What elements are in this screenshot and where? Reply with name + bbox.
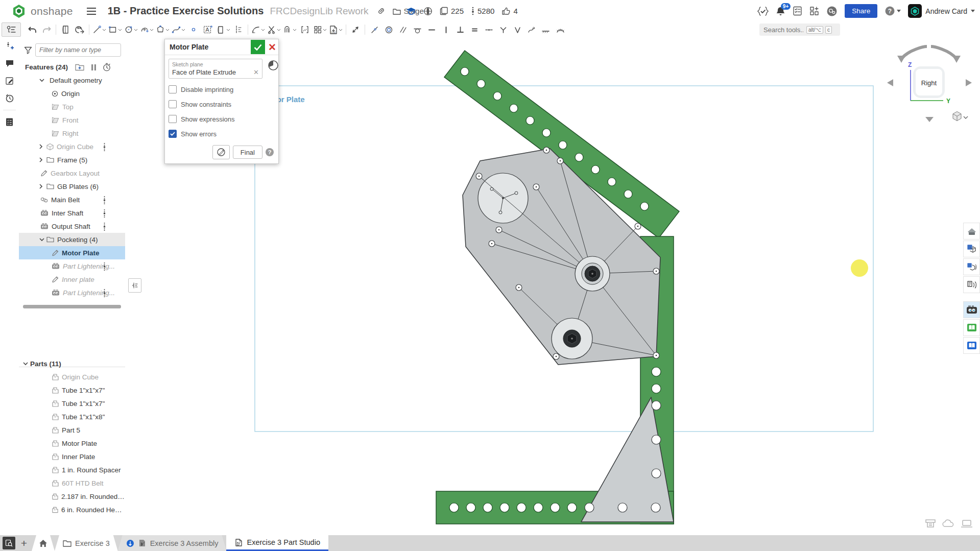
- cloud-icon[interactable]: [942, 519, 954, 528]
- midpoint-constraint[interactable]: [482, 23, 496, 36]
- caret-down-icon[interactable]: [39, 238, 44, 242]
- feature-item[interactable]: Front: [19, 113, 125, 127]
- item-menu-dots-icon[interactable]: [103, 142, 106, 151]
- confirm-button[interactable]: [251, 40, 265, 54]
- trim-tool[interactable]: [266, 23, 282, 36]
- caret-down-icon[interactable]: [23, 362, 28, 366]
- rotate-left-triangle[interactable]: [887, 79, 893, 86]
- final-button[interactable]: Final: [233, 146, 262, 159]
- caret-right-icon[interactable]: [39, 157, 43, 162]
- feature-item[interactable]: Origin: [19, 87, 125, 100]
- features-flyout-button[interactable]: [128, 278, 141, 293]
- tab-exercise-3-assembly[interactable]: Exercise 3 Assembly: [118, 535, 227, 551]
- view-cube[interactable]: Right Z Y: [886, 39, 973, 126]
- search-tools[interactable]: alt/⌥ c: [759, 23, 840, 36]
- part-item[interactable]: 2.187 in. Rounded Hex ...: [19, 490, 125, 503]
- fix-constraint[interactable]: [539, 23, 553, 36]
- insert-feature-icon[interactable]: [0, 37, 19, 55]
- new-folder-icon[interactable]: [75, 63, 85, 71]
- feature-item[interactable]: Output Shaft: [19, 220, 125, 233]
- curvature-display-toggle[interactable]: [553, 23, 567, 36]
- mkcad-robot-button[interactable]: [963, 301, 980, 318]
- part-item[interactable]: Inner Plate: [19, 450, 125, 463]
- feature-item[interactable]: Pocketing (4): [19, 233, 125, 246]
- suppress-history-icon[interactable]: [268, 60, 279, 71]
- item-menu-dots-icon[interactable]: [103, 222, 106, 231]
- rollback-stopwatch-icon[interactable]: [103, 63, 111, 71]
- disable-imprinting-checkbox[interactable]: Disable imprinting: [169, 85, 274, 93]
- cancel-button[interactable]: ✕: [266, 40, 278, 54]
- feature-item[interactable]: Inter Shaft: [19, 206, 125, 220]
- part-item[interactable]: Tube 1"x1"x7": [19, 384, 125, 397]
- user-menu[interactable]: Andrew Card: [908, 4, 975, 18]
- copies-stat[interactable]: 225: [440, 7, 464, 15]
- part-item[interactable]: Origin Cube: [19, 370, 125, 384]
- spline-tool[interactable]: [171, 23, 186, 36]
- rotate-right-triangle[interactable]: [966, 79, 972, 86]
- item-menu-dots-icon[interactable]: [103, 289, 106, 297]
- construction-toggle[interactable]: [231, 23, 246, 36]
- rotate-down-triangle[interactable]: [925, 117, 934, 122]
- search-tools-input[interactable]: [762, 26, 804, 34]
- feature-item[interactable]: Default geometry: [19, 74, 125, 87]
- point-tool[interactable]: [186, 23, 201, 36]
- undo-button[interactable]: [25, 23, 39, 36]
- show-constraints-checkbox[interactable]: Show constraints: [169, 100, 274, 108]
- blue-library-button[interactable]: [963, 337, 980, 354]
- new-tab-button[interactable]: +: [16, 535, 32, 551]
- part-item[interactable]: Tube 1"x1"x8": [19, 410, 125, 423]
- named-views-button[interactable]: [963, 241, 980, 257]
- feature-item[interactable]: Right: [19, 127, 125, 140]
- clear-selection-icon[interactable]: ✕: [253, 68, 259, 76]
- feature-item[interactable]: Motor Plate: [19, 246, 125, 259]
- main-menu-icon[interactable]: [86, 7, 98, 15]
- feature-item[interactable]: Top: [19, 100, 125, 113]
- help-menu[interactable]: ?: [885, 6, 901, 16]
- measure-tool[interactable]: [348, 23, 363, 36]
- show-errors-checkbox[interactable]: Show errors: [169, 130, 274, 138]
- public-globe-icon[interactable]: [423, 7, 433, 16]
- perpendicular-constraint[interactable]: [453, 23, 467, 36]
- part-item[interactable]: Motor Plate: [19, 437, 125, 450]
- apps-grid-icon[interactable]: [809, 6, 819, 16]
- copy-properties-tool[interactable]: [58, 23, 73, 36]
- featurescript-icon[interactable]: [757, 6, 769, 16]
- feature-item[interactable]: Origin Cube: [19, 140, 125, 153]
- redo-button[interactable]: [39, 23, 54, 36]
- comments-icon[interactable]: [0, 55, 19, 72]
- edu-badge-icon[interactable]: [406, 7, 416, 15]
- item-menu-dots-icon[interactable]: [103, 196, 106, 204]
- isometric-cube-button[interactable]: [953, 112, 968, 121]
- sketch-mode-button[interactable]: [212, 145, 230, 159]
- polygon-tool[interactable]: [155, 23, 171, 36]
- device-icon[interactable]: [961, 519, 973, 528]
- feature-item[interactable]: Gearbox Layout: [19, 166, 125, 180]
- part-item[interactable]: 6 in. Rounded Hex Shaft: [19, 503, 125, 516]
- link-icon[interactable]: [377, 7, 386, 15]
- part-item[interactable]: 60T HTD Belt: [19, 476, 125, 490]
- learning-center-icon[interactable]: [826, 6, 838, 17]
- tangent-constraint[interactable]: [410, 23, 424, 36]
- show-expressions-checkbox[interactable]: Show expressions: [169, 115, 274, 123]
- line-tool[interactable]: [91, 23, 107, 36]
- offset-tool[interactable]: [282, 23, 298, 36]
- caret-right-icon[interactable]: [39, 144, 43, 149]
- equal-constraint[interactable]: [467, 23, 482, 36]
- notes-icon[interactable]: [0, 72, 19, 89]
- uses-stat[interactable]: 5280: [471, 7, 494, 16]
- versions-history-icon[interactable]: [0, 89, 19, 107]
- tab-exercise-3-part-studio[interactable]: Exercise 3 Part Studio: [226, 535, 328, 551]
- insert-dxf-tool[interactable]: DXF: [328, 23, 344, 36]
- part-item[interactable]: Part 5: [19, 423, 125, 437]
- likes-stat[interactable]: 4: [501, 7, 517, 15]
- part-item[interactable]: Tube 1"x1"x7": [19, 397, 125, 410]
- suppress-pause-icon[interactable]: [91, 64, 97, 71]
- circle-tool[interactable]: [123, 23, 139, 36]
- pattern-tool[interactable]: [312, 23, 328, 36]
- horizontal-scrollbar[interactable]: [23, 305, 121, 308]
- feature-item[interactable]: GB Plates (6): [19, 180, 125, 193]
- feature-item[interactable]: Inner plate: [19, 273, 125, 286]
- filter-input[interactable]: [35, 43, 121, 57]
- sketch-plane-field[interactable]: Sketch plane Face of Plate Extrude ✕: [169, 59, 262, 79]
- fillet-tool[interactable]: [250, 23, 266, 36]
